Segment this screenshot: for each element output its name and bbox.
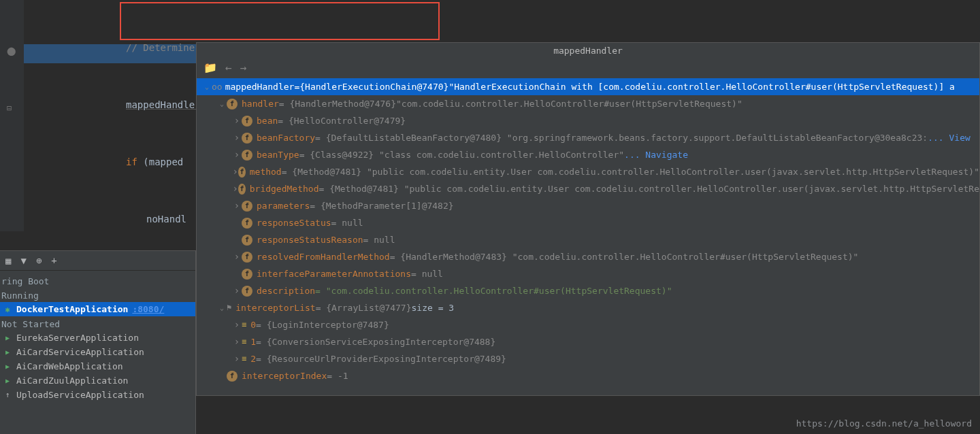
field-icon: f <box>242 201 252 212</box>
list-item-icon: ≡ <box>242 350 246 367</box>
expand-icon[interactable] <box>232 180 238 197</box>
expand-icon[interactable] <box>232 333 242 350</box>
expand-icon[interactable] <box>232 163 238 180</box>
dashboard-toolbar: ▦ ▼ ⊕ + <box>0 251 195 271</box>
run-icon <box>3 362 12 371</box>
expand-icon[interactable] <box>232 112 242 129</box>
popup-title: mappedHandler <box>197 43 979 59</box>
fold-icon[interactable]: ⊟ <box>7 103 12 113</box>
field-icon: f <box>238 167 246 178</box>
forward-icon[interactable]: → <box>240 61 247 74</box>
expand-icon[interactable] <box>232 316 242 333</box>
add-icon[interactable]: ⊕ <box>36 255 42 266</box>
tree-node-i0[interactable]: ≡ 0 = {LoginInterceptor@7487} <box>197 316 979 333</box>
dashboard-item-docker[interactable]: DockerTestApplication :8080/ <box>0 302 195 316</box>
run-icon <box>3 376 12 386</box>
popup-toolbar: 📁 ← → <box>197 59 979 77</box>
tree-node-respstatus[interactable]: f responseStatus = null <box>197 214 979 231</box>
folder-icon[interactable]: 📁 <box>203 61 217 74</box>
field-icon: f <box>227 371 238 382</box>
filter-icon[interactable]: ▼ <box>20 255 26 266</box>
field-icon: f <box>242 286 252 297</box>
dashboard-notstarted-header: Not Started <box>0 316 195 331</box>
run-icon <box>3 333 12 343</box>
tree-node-resolved[interactable]: f resolvedFromHandlerMethod = {HandlerMe… <box>197 248 979 265</box>
dashboard-item[interactable]: EurekaServerApplication <box>0 331 195 345</box>
plus-icon[interactable]: + <box>51 255 56 266</box>
gutter: ⬤ ⊟ <box>0 0 24 231</box>
field-icon: f <box>242 269 252 280</box>
tree-node-method[interactable]: f method = {Method@7481} "public com.cod… <box>197 163 979 180</box>
upload-icon <box>3 390 12 400</box>
expand-icon[interactable] <box>232 129 242 146</box>
run-dashboard[interactable]: ▦ ▼ ⊕ + ring Boot Running DockerTestAppl… <box>0 250 196 434</box>
tree-node-desc[interactable]: f description = "com.codeliu.controller.… <box>197 282 979 299</box>
expand-icon[interactable] <box>232 146 242 163</box>
expand-icon[interactable] <box>232 248 242 265</box>
field-icon: f <box>242 252 252 263</box>
tree-node-bridged[interactable]: f bridgedMethod = {Method@7481} "public … <box>197 180 979 197</box>
expand-icon[interactable] <box>217 95 227 112</box>
field-icon: f <box>242 133 252 144</box>
field-icon: f <box>242 116 252 127</box>
expand-icon[interactable] <box>232 350 242 367</box>
expand-icon[interactable] <box>217 299 227 316</box>
tree-node-interceptorlist[interactable]: ⚑ interceptorList = {ArrayList@7477} siz… <box>197 299 979 316</box>
tree-node-iface[interactable]: f interfaceParameterAnnotations = null <box>197 265 979 282</box>
dashboard-list: ring Boot Running DockerTestApplication … <box>0 271 195 405</box>
list-item-icon: ≡ <box>242 316 246 333</box>
dashboard-item[interactable]: AiCardZuulApplication <box>0 373 195 388</box>
dashboard-item[interactable]: AiCardServiceApplication <box>0 345 195 359</box>
field-icon: f <box>242 218 252 229</box>
bug-icon <box>3 305 12 314</box>
dashboard-running-header: Running <box>0 288 195 302</box>
port-link[interactable]: :8080/ <box>132 304 164 314</box>
layout-icon[interactable]: ▦ <box>5 255 11 266</box>
field-icon: f <box>227 99 238 110</box>
oo-icon: oo <box>212 78 223 95</box>
watermark: https://blog.csdn.net/a_helloword <box>796 418 972 429</box>
tree-root[interactable]: oo mappedHandler = {HandlerExecutionChai… <box>197 78 979 95</box>
expand-icon[interactable] <box>232 282 242 299</box>
debug-evaluate-popup[interactable]: mappedHandler 📁 ← → oo mappedHandler = {… <box>196 42 980 396</box>
tree-node-beantype[interactable]: f beanType = {Class@4922} "class com.cod… <box>197 146 979 163</box>
expand-icon[interactable] <box>202 78 212 95</box>
tree-node-iidx[interactable]: f interceptorIndex = -1 <box>197 367 979 384</box>
dashboard-item[interactable]: AiCardWebApplication <box>0 359 195 373</box>
expand-icon[interactable] <box>232 197 242 214</box>
variable-tree[interactable]: oo mappedHandler = {HandlerExecutionChai… <box>197 77 979 386</box>
list-item-icon: ≡ <box>242 333 246 350</box>
field-icon: f <box>242 150 252 161</box>
navigate-link[interactable]: ... Navigate <box>624 146 688 163</box>
pin-icon: ⚑ <box>227 299 231 316</box>
dashboard-item[interactable]: UploadServiceApplication <box>0 388 195 402</box>
run-icon <box>3 348 12 357</box>
tree-node-beanfactory[interactable]: f beanFactory = {DefaultListableBeanFact… <box>197 129 979 146</box>
field-icon: f <box>238 184 246 195</box>
field-icon: f <box>242 235 252 246</box>
breakpoint-icon[interactable]: ⬤ <box>7 46 16 56</box>
tree-node-bean[interactable]: f bean = {HelloController@7479} <box>197 112 979 129</box>
back-icon[interactable]: ← <box>225 61 232 74</box>
tree-node-respreason[interactable]: f responseStatusReason = null <box>197 231 979 248</box>
tree-node-i2[interactable]: ≡ 2 = {ResourceUrlProviderExposingInterc… <box>197 350 979 367</box>
tree-node-params[interactable]: f parameters = {MethodParameter[1]@7482} <box>197 197 979 214</box>
code-var: mappedHandler <box>126 99 201 110</box>
view-link[interactable]: ... View <box>928 129 970 146</box>
tree-node-handler[interactable]: f handler = {HandlerMethod@7476} "com.co… <box>197 95 979 112</box>
tree-node-i1[interactable]: ≡ 1 = {ConversionServiceExposingIntercep… <box>197 333 979 350</box>
dashboard-header: ring Boot <box>0 273 195 288</box>
